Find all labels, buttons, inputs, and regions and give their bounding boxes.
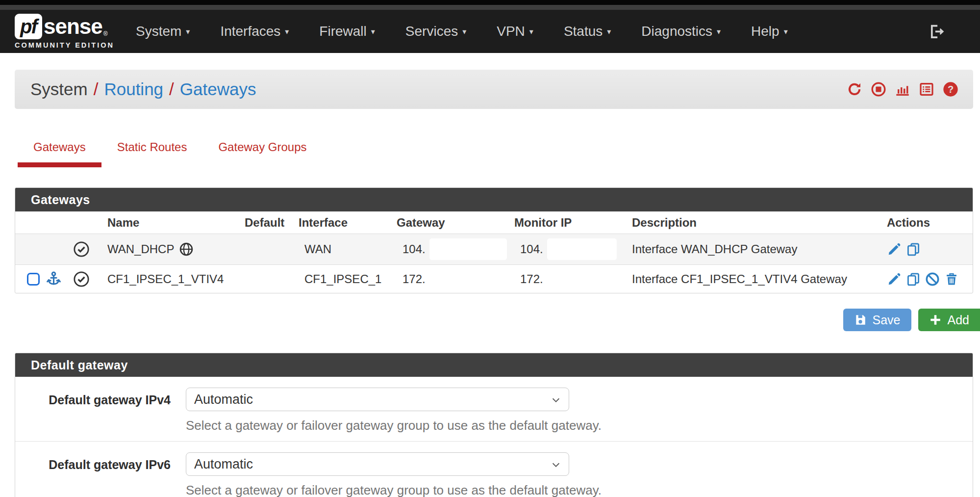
default-gateway-ipv6-row: Default gateway IPv6 Automatic Select a … (15, 442, 973, 497)
gateway-address: 172. (402, 272, 426, 286)
table-row-cf1-ipsec: CF1_IPSEC_1_VTIV4 CF1_IPSEC_1 172. 172. … (15, 264, 973, 293)
tab-static-routes[interactable]: Static Routes (101, 140, 203, 167)
chevron-down-icon: ▾ (717, 27, 721, 36)
pfsense-logo[interactable]: pf sense ® COMMUNITY EDITION (15, 14, 114, 49)
gateway-description: Interface CF1_IPSEC_1_VTIV4 Gateway (628, 272, 883, 286)
col-description: Description (628, 216, 883, 230)
page-toolbar: ? (847, 81, 958, 97)
gateway-online-icon (69, 241, 94, 258)
monitor-ip: 172. (520, 272, 543, 286)
gateway-interface: WAN (295, 242, 393, 256)
navbar: pf sense ® COMMUNITY EDITION System▾ Int… (0, 10, 980, 53)
window-top-strip (0, 0, 980, 5)
globe-icon (179, 242, 194, 257)
log-list-icon[interactable] (919, 81, 934, 97)
col-gateway: Gateway (393, 216, 510, 230)
copy-icon[interactable] (906, 242, 921, 257)
stop-circle-icon[interactable] (871, 81, 886, 97)
nav-item-help[interactable]: Help▾ (751, 24, 788, 39)
disable-icon[interactable] (925, 272, 940, 287)
community-edition-label: COMMUNITY EDITION (15, 41, 114, 49)
refresh-icon[interactable] (847, 81, 862, 97)
actions-button-row: Save Add (15, 309, 973, 331)
static-route-icon (27, 273, 40, 286)
default-gateway-ipv4-label: Default gateway IPv4 (15, 388, 171, 433)
add-button[interactable]: Add (918, 309, 980, 331)
nav-item-system[interactable]: System▾ (136, 24, 190, 39)
plus-icon (929, 314, 942, 326)
save-floppy-icon (854, 314, 867, 326)
default-gateway-ipv4-row: Default gateway IPv4 Automatic Select a … (15, 377, 973, 442)
chevron-down-icon: ▾ (529, 27, 533, 36)
breadcrumb-gateways-link[interactable]: Gateways (180, 79, 256, 99)
default-gateway-ipv6-help: Select a gateway or failover gateway gro… (186, 483, 973, 497)
edit-icon[interactable] (887, 272, 902, 287)
delete-icon[interactable] (944, 272, 959, 287)
chevron-down-icon: ▾ (186, 27, 190, 36)
gateway-interface: CF1_IPSEC_1 (295, 272, 393, 286)
pfsense-logo-text: sense (44, 16, 102, 37)
nav-item-services[interactable]: Services▾ (405, 24, 466, 39)
bar-chart-icon[interactable] (895, 81, 910, 97)
tab-gateways[interactable]: Gateways (18, 140, 101, 167)
chevron-down-icon: ▾ (285, 27, 289, 36)
breadcrumb: System / Routing / Gateways (30, 79, 256, 99)
gateways-panel-title: Gateways (15, 188, 973, 211)
svg-text:?: ? (948, 84, 954, 95)
chevron-down-icon: ▾ (784, 27, 788, 36)
nav-menu: System▾ Interfaces▾ Firewall▾ Services▾ … (136, 24, 788, 39)
col-default: Default (241, 216, 295, 230)
col-interface: Interface (295, 216, 393, 230)
col-name: Name (94, 216, 241, 230)
monitor-ip: 104. (520, 242, 543, 256)
registered-mark: ® (103, 30, 108, 37)
help-icon[interactable]: ? (943, 81, 958, 97)
breadcrumb-routing-link[interactable]: Routing (104, 79, 163, 99)
nav-item-interfaces[interactable]: Interfaces▾ (220, 24, 289, 39)
gateways-table-header: Name Default Interface Gateway Monitor I… (15, 211, 973, 234)
chevron-down-icon: ▾ (462, 27, 466, 36)
gateways-panel: Gateways Name Default Interface Gateway … (15, 187, 973, 293)
default-gateway-ipv4-help: Select a gateway or failover gateway gro… (186, 418, 973, 433)
chevron-down-icon: ▾ (607, 27, 611, 36)
window-title-strip (0, 5, 980, 10)
default-gateway-ipv6-label: Default gateway IPv6 (15, 452, 171, 497)
redaction-box (429, 238, 507, 260)
gateway-description: Interface WAN_DHCP Gateway (628, 242, 883, 256)
chevron-down-icon: ▾ (371, 27, 375, 36)
breadcrumb-bar: System / Routing / Gateways ? (15, 70, 973, 109)
edit-icon[interactable] (887, 242, 902, 257)
breadcrumb-separator: / (163, 79, 180, 99)
gateway-address: 104. (402, 242, 426, 256)
nav-item-vpn[interactable]: VPN▾ (497, 24, 533, 39)
table-row-wan-dhcp: WAN_DHCP WAN 104. 104. Interface WAN_DHC… (15, 234, 973, 264)
nav-item-firewall[interactable]: Firewall▾ (319, 24, 375, 39)
gateway-name: CF1_IPSEC_1_VTIV4 (107, 272, 224, 286)
nav-item-status[interactable]: Status▾ (564, 24, 611, 39)
col-actions: Actions (883, 216, 973, 230)
tab-gateway-groups[interactable]: Gateway Groups (202, 140, 322, 167)
pf-logo-box: pf (15, 14, 42, 39)
redaction-box (547, 238, 617, 260)
anchor-icon (46, 271, 62, 287)
pfsense-logo-top: pf sense ® (15, 14, 114, 39)
gateway-online-icon (69, 271, 94, 288)
save-button[interactable]: Save (843, 309, 911, 331)
default-gateway-panel-title: Default gateway (15, 353, 973, 377)
default-gateway-ipv6-select[interactable]: Automatic (186, 452, 569, 476)
copy-icon[interactable] (906, 272, 921, 287)
breadcrumb-system: System (30, 79, 88, 99)
sign-out-icon[interactable] (928, 23, 945, 40)
default-gateway-panel: Default gateway Default gateway IPv4 Aut… (15, 353, 973, 497)
breadcrumb-separator: / (88, 79, 104, 99)
tab-bar: Gateways Static Routes Gateway Groups (15, 140, 973, 167)
gateway-name: WAN_DHCP (107, 242, 174, 256)
col-monitor-ip: Monitor IP (510, 216, 628, 230)
nav-item-diagnostics[interactable]: Diagnostics▾ (641, 24, 721, 39)
default-gateway-ipv4-select[interactable]: Automatic (186, 388, 569, 411)
